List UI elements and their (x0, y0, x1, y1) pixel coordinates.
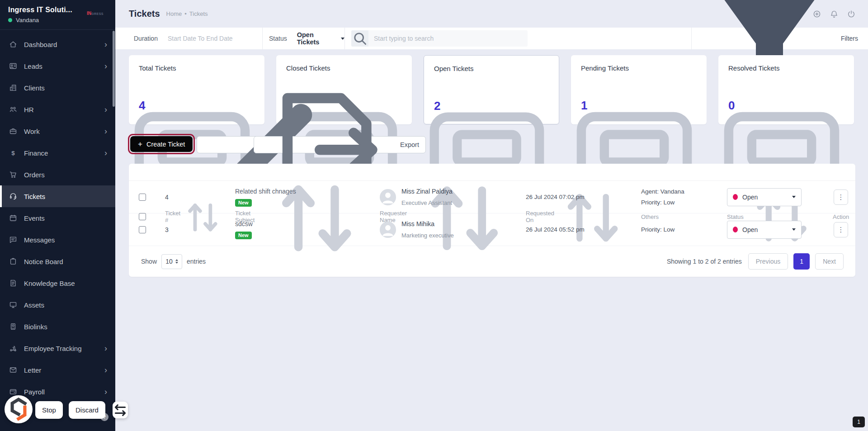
sidebar-item-employee-tracking[interactable]: Employee Tracking › (0, 337, 115, 359)
others-cell: Agent: VandanaPriority: Low (637, 189, 722, 206)
biolinks-icon (9, 322, 17, 331)
action-cell: ⋮ (825, 189, 855, 205)
ticket-subject-cell: Related shift chnages New (231, 188, 375, 207)
sidebar-item-clients[interactable]: Clients (0, 77, 115, 99)
discard-button[interactable]: Discard (69, 401, 105, 419)
create-ticket-button[interactable]: + Create Ticket (130, 136, 193, 152)
sidebar-item-biolinks[interactable]: Biolinks (0, 316, 115, 337)
chevron-right-icon: › (104, 344, 107, 352)
sort-icon (413, 166, 516, 268)
chevron-right-icon: › (104, 62, 107, 70)
breadcrumb: Home • Tickets (166, 10, 208, 17)
others-line: Priority: Low (641, 199, 722, 206)
click-highlight-annotation: + Create Ticket (128, 134, 195, 154)
filters-button[interactable]: Filters (691, 28, 868, 49)
requester-designation: Executive Assistant (401, 199, 453, 206)
search-box (351, 30, 528, 47)
sidebar-item-letter[interactable]: Letter › (0, 359, 115, 381)
avatar (380, 189, 396, 205)
stop-button[interactable]: Stop (35, 401, 63, 419)
requester-cell: Miss Zinal Paldiya Executive Assistant (375, 188, 521, 206)
pagination-summary: Showing 1 to 2 of 2 entries (667, 258, 742, 265)
status-select[interactable]: Open (727, 221, 802, 239)
status-filter-dropdown[interactable]: Open Tickets (297, 31, 344, 46)
sidebar-item-messages[interactable]: Messages (0, 229, 115, 251)
summary-card-open-tickets[interactable]: Open Tickets 2 (424, 55, 559, 124)
export-button[interactable]: Export (254, 136, 426, 153)
requester-cell: Miss Mihika Marketing executive (375, 220, 521, 239)
summary-card-resolved-tickets[interactable]: Resolved Tickets 0 (718, 55, 854, 124)
recorder-logo-button[interactable] (5, 395, 33, 423)
home-icon (9, 40, 17, 48)
assets-icon (9, 301, 17, 309)
brand-logo: INGRESS (87, 11, 104, 16)
sidebar-item-dashboard[interactable]: Dashboard › (0, 33, 115, 55)
row-actions-button[interactable]: ⋮ (834, 189, 848, 205)
events-icon (9, 214, 17, 222)
user-name: Vandana (16, 17, 39, 24)
chevron-right-icon: › (104, 40, 107, 48)
sidebar-item-hr[interactable]: HR › (0, 99, 115, 120)
sidebar-item-assets[interactable]: Assets (0, 294, 115, 316)
sort-icon (264, 164, 370, 270)
show-label: Show (141, 258, 157, 265)
summary-card-pending-tickets[interactable]: Pending Tickets 1 (571, 55, 707, 124)
duration-range-input[interactable] (168, 35, 258, 42)
requester-name: Miss Zinal Paldiya (401, 188, 453, 195)
notice-board-icon (9, 257, 17, 265)
previous-page-button[interactable]: Previous (748, 253, 788, 270)
new-badge: New (235, 232, 252, 239)
column-requester-name[interactable]: Requester Name (375, 166, 521, 268)
sidebar-item-finance[interactable]: $ Finance › (0, 142, 115, 164)
next-page-button[interactable]: Next (815, 253, 844, 270)
swap-arrows-icon (113, 403, 128, 418)
search-input[interactable] (368, 30, 528, 47)
svg-text:$: $ (11, 150, 15, 156)
caret-down-icon (792, 196, 796, 198)
employee-tracking-icon (9, 344, 17, 352)
corner-count-badge: 1 (853, 417, 865, 427)
sidebar-item-work[interactable]: Work › (0, 120, 115, 142)
sidebar-item-knowledge-base[interactable]: Knowledge Base (0, 272, 115, 294)
duration-label: Duration (134, 35, 158, 42)
status-select[interactable]: Open (727, 188, 802, 206)
leads-icon (9, 62, 17, 70)
status-value: Open (742, 194, 788, 201)
page-size-select[interactable]: 10 (161, 254, 182, 269)
status-cell: Open (722, 221, 825, 239)
ticket-subject: sdcsw (235, 220, 375, 227)
open-status-dot (733, 194, 738, 200)
select-arrows-icon (175, 259, 178, 264)
sidebar-item-orders[interactable]: Orders (0, 164, 115, 185)
new-badge: New (235, 199, 252, 207)
action-cell: ⋮ (825, 222, 855, 237)
breadcrumb-current: Tickets (189, 10, 208, 17)
others-line: Priority: Low (641, 227, 722, 233)
row-checkbox[interactable] (139, 194, 146, 201)
column-requested-on[interactable]: Requested On (521, 178, 637, 255)
row-checkbox[interactable] (139, 226, 146, 233)
caret-down-icon (792, 228, 796, 231)
page-1-button[interactable]: 1 (793, 253, 810, 270)
sidebar-item-events[interactable]: Events (0, 207, 115, 229)
power-icon[interactable] (847, 9, 856, 19)
requester-name: Miss Mihika (401, 220, 454, 227)
column-ticket-subject[interactable]: Ticket Subject (231, 164, 375, 270)
sidebar-item-leads[interactable]: Leads › (0, 55, 115, 77)
page-title: Tickets (129, 9, 160, 19)
requester-designation: Marketing executive (401, 232, 454, 239)
swap-arrows-button[interactable] (113, 402, 128, 418)
chevron-right-icon: › (104, 366, 107, 374)
others-line: Agent: Vandana (641, 189, 722, 195)
sidebar-item-notice-board[interactable]: Notice Board (0, 251, 115, 272)
plus-icon: + (138, 140, 142, 148)
select-all-checkbox[interactable] (139, 213, 146, 220)
table-header: Ticket # Ticket Subject Requester Name R… (129, 164, 855, 181)
sort-icon (554, 178, 631, 255)
ticket-subject: Related shift chnages (235, 188, 375, 195)
sidebar-item-tickets[interactable]: Tickets (0, 185, 115, 207)
column-others: Others (637, 213, 722, 220)
chevron-right-icon: › (104, 127, 107, 135)
row-actions-button[interactable]: ⋮ (834, 222, 848, 237)
breadcrumb-home[interactable]: Home (166, 10, 182, 17)
